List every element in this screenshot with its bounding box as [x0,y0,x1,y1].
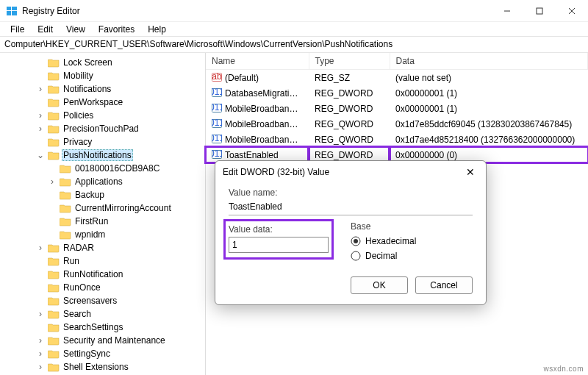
tree-node[interactable]: Backup [0,188,205,201]
value-name-field[interactable] [229,200,473,215]
svg-rect-0 [7,7,11,10]
chevron-right-icon[interactable]: › [47,176,57,187]
svg-text:011: 011 [212,88,222,97]
tree-node[interactable]: Screensavers [0,294,205,307]
binary-value-icon: 011 [212,134,222,144]
value-name: MobileBroadban… [225,119,298,129]
registry-tree[interactable]: Lock ScreenMobility›NotificationsPenWork… [0,53,206,375]
value-data-field[interactable] [229,237,329,253]
folder-icon [48,256,60,266]
tree-node[interactable]: 001800016CDB9A8C [0,162,205,175]
tree-node[interactable]: FirstRun [0,215,205,228]
edit-dword-dialog: Edit DWORD (32-bit) Value ✕ Value name: … [215,160,487,305]
tree-node[interactable]: SearchSettings [0,321,205,334]
folder-icon [60,203,71,213]
tree-node[interactable]: RunNotification [0,268,205,281]
chevron-right-icon[interactable]: › [35,335,46,346]
tree-node[interactable]: ›Search [0,307,205,321]
cancel-button[interactable]: Cancel [415,276,473,294]
folder-icon [48,322,60,332]
chevron-right-icon[interactable]: › [35,349,46,359]
value-type: REG_QWORD [309,132,390,147]
value-row[interactable]: ab(Default)REG_SZ(value not set) [206,70,588,86]
folder-icon [48,349,60,359]
string-value-icon: ab [212,72,222,82]
tree-node[interactable]: ›SettingSync [0,347,205,360]
value-row[interactable]: 011MobileBroadban…REG_QWORD0x1d7e85ddcf6… [206,116,588,132]
chevron-right-icon[interactable]: › [35,84,46,94]
dialog-close-button[interactable]: ✕ [462,166,478,178]
folder-icon [60,163,71,174]
tree-node[interactable]: Run [0,254,205,268]
chevron-down-icon[interactable]: ⌄ [35,150,46,160]
tree-node[interactable]: ›Applications [0,175,205,188]
menu-favorites[interactable]: Favorites [93,23,140,36]
dialog-titlebar[interactable]: Edit DWORD (32-bit) Value ✕ [215,161,486,183]
tree-node-label: PushNotifications [62,149,133,161]
tree-node[interactable]: ›Policies [0,109,205,122]
folder-icon [48,137,60,147]
value-name: MobileBroadban… [225,104,298,114]
close-button[interactable] [556,0,588,22]
col-data[interactable]: Data [390,53,588,70]
folder-icon [48,269,60,279]
maximize-button[interactable] [523,0,556,22]
tree-node-label: FirstRun [74,216,110,226]
svg-text:011: 011 [212,134,222,143]
value-data: 0x00000001 (1) [390,101,588,116]
tree-node[interactable]: ›Security and Maintenance [0,334,205,347]
tree-node[interactable]: wpnidm [0,228,205,241]
tree-node[interactable]: Privacy [0,135,205,149]
menu-edit[interactable]: Edit [32,23,59,36]
tree-node[interactable]: ›RADAR [0,241,205,254]
value-row[interactable]: 011MobileBroadban…REG_DWORD0x00000001 (1… [206,101,588,116]
col-type[interactable]: Type [309,53,390,70]
chevron-right-icon[interactable]: › [35,243,46,253]
tree-node[interactable]: ⌄PushNotifications [0,149,205,162]
value-name: DatabaseMigrati… [225,88,298,99]
tree-node-label: Applications [74,176,124,187]
binary-value-icon: 011 [212,149,222,160]
menu-view[interactable]: View [60,23,91,36]
value-row[interactable]: 011MobileBroadban…REG_QWORD0x1d7ae4d8521… [206,132,588,147]
menu-file[interactable]: File [4,23,30,36]
tree-node[interactable]: Mobility [0,69,205,82]
col-name[interactable]: Name [206,53,309,70]
chevron-right-icon[interactable]: › [35,362,46,372]
folder-icon [48,296,60,306]
value-type: REG_DWORD [309,85,390,101]
folder-icon [48,84,60,94]
svg-rect-3 [12,11,17,15]
value-row[interactable]: 011DatabaseMigrati…REG_DWORD0x00000001 (… [206,85,588,101]
radio-dec-label: Decimal [365,251,397,261]
radio-decimal[interactable]: Decimal [351,249,416,263]
minimize-button[interactable] [491,0,523,22]
radio-hexadecimal[interactable]: Hexadecimal [351,234,416,249]
tree-node-label: Screensavers [62,296,118,306]
ok-button[interactable]: OK [351,276,408,294]
tree-node-label: Run [62,256,81,266]
tree-node[interactable]: ›Notifications [0,82,205,96]
tree-node[interactable]: PenWorkspace [0,96,205,109]
tree-node[interactable]: CurrentMirroringAccount [0,201,205,215]
tree-node-label: SettingSync [62,349,112,359]
tree-node[interactable]: ›PrecisionTouchPad [0,122,205,135]
tree-node-label: Security and Maintenance [62,335,167,346]
tree-node[interactable]: Lock Screen [0,56,205,69]
app-icon [6,5,18,17]
chevron-right-icon[interactable]: › [35,124,46,134]
tree-node-label: 001800016CDB9A8C [74,163,161,174]
value-type: REG_SZ [309,70,390,86]
tree-node[interactable]: ›Shell Extensions [0,360,205,374]
folder-icon [48,150,60,160]
tree-node[interactable]: RunOnce [0,281,205,294]
value-type: REG_DWORD [309,101,390,116]
titlebar: Registry Editor [0,0,588,22]
tree-node-label: Search [62,309,93,319]
tree-node-label: RunOnce [62,282,102,293]
chevron-right-icon[interactable]: › [35,110,46,121]
address-bar[interactable]: Computer\HKEY_CURRENT_USER\Software\Micr… [0,37,588,53]
chevron-right-icon[interactable]: › [35,309,46,319]
folder-icon [48,335,60,346]
menu-help[interactable]: Help [142,23,172,36]
